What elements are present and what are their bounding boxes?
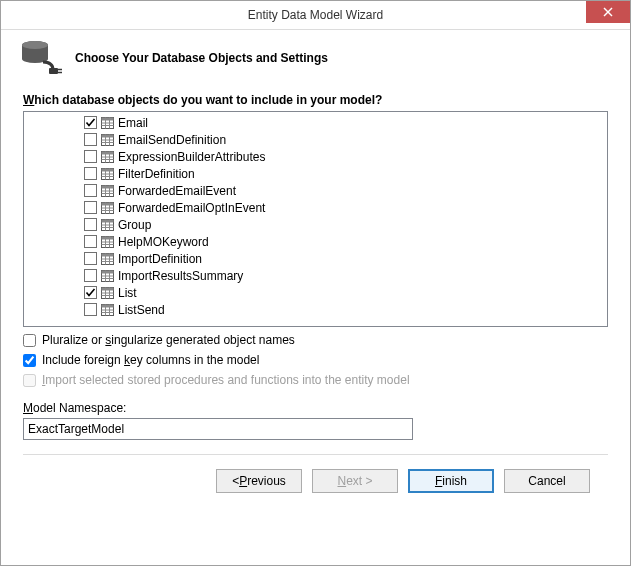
table-row[interactable]: ImportDefinition [24,250,607,267]
table-row[interactable]: ForwardedEmailEvent [24,182,607,199]
option-pluralize[interactable]: Pluralize or singularize generated objec… [23,333,608,347]
table-icon [101,151,114,163]
cancel-button[interactable]: Cancel [504,469,590,493]
titlebar: Entity Data Model Wizard [1,1,630,30]
table-icon [101,287,114,299]
namespace-label: Model Namespace: [23,401,608,415]
table-icon [101,304,114,316]
table-icon [101,202,114,214]
checkbox-icon [84,235,97,248]
checkbox-icon [84,252,97,265]
svg-rect-51 [102,219,114,222]
svg-rect-63 [85,253,97,265]
table-icon [101,185,114,197]
next-button: Next > [312,469,398,493]
stored-procs-checkbox [23,374,36,387]
table-label: HelpMOKeyword [118,235,209,249]
svg-rect-72 [102,270,114,273]
checkbox-icon [84,286,97,299]
svg-rect-58 [102,236,114,239]
checkbox-icon [84,201,97,214]
table-icon [101,236,114,248]
stored-procs-label: Import selected stored procedures and fu… [42,373,410,387]
window-title: Entity Data Model Wizard [1,8,630,22]
svg-rect-14 [85,134,97,146]
svg-rect-49 [85,219,97,231]
table-label: EmailSendDefinition [118,133,226,147]
checkbox-icon [84,218,97,231]
svg-rect-35 [85,185,97,197]
checkbox-icon [84,303,97,316]
table-row[interactable]: ImportResultsSummary [24,267,607,284]
namespace-input[interactable] [23,418,413,440]
prompt-text: hich database objects do you want to inc… [34,93,382,107]
wizard-header: Choose Your Database Objects and Setting… [1,30,630,93]
checkbox-icon [84,116,97,129]
svg-rect-79 [102,287,114,290]
svg-rect-28 [85,168,97,180]
checkbox-icon [84,167,97,180]
previous-button[interactable]: < Previous [216,469,302,493]
wizard-footer: < Previous Next > Finish Cancel [23,454,608,511]
svg-rect-21 [85,151,97,163]
table-row[interactable]: ListSend [24,301,607,318]
close-icon [603,7,613,17]
table-icon [101,270,114,282]
table-icon [101,168,114,180]
pluralize-label: Pluralize or singularize generated objec… [42,333,295,347]
table-row[interactable]: Group [24,216,607,233]
svg-rect-56 [85,236,97,248]
table-icon [101,117,114,129]
table-row[interactable]: Email [24,114,607,131]
checkbox-icon [84,133,97,146]
table-row[interactable]: ExpressionBuilderAttributes [24,148,607,165]
svg-rect-30 [102,168,114,171]
wizard-subtitle: Choose Your Database Objects and Setting… [75,51,328,65]
svg-rect-42 [85,202,97,214]
wizard-body: Which database objects do you want to in… [1,93,630,565]
finish-button[interactable]: Finish [408,469,494,493]
table-label: ForwardedEmailEvent [118,184,236,198]
table-label: Email [118,116,148,130]
close-button[interactable] [586,1,630,23]
svg-rect-86 [102,304,114,307]
table-label: ImportDefinition [118,252,202,266]
table-row[interactable]: ForwardedEmailOptInEvent [24,199,607,216]
table-label: FilterDefinition [118,167,195,181]
table-label: ListSend [118,303,165,317]
database-plug-icon [21,40,63,75]
option-stored-procs: Import selected stored procedures and fu… [23,373,608,387]
table-icon [101,219,114,231]
checkbox-icon [84,150,97,163]
svg-rect-4 [49,68,58,74]
table-label: ExpressionBuilderAttributes [118,150,265,164]
table-icon [101,134,114,146]
objects-tree[interactable]: Email EmailSendDefinition ExpressionBuil… [23,111,608,327]
checkbox-icon [84,269,97,282]
svg-rect-23 [102,151,114,154]
foreign-key-checkbox[interactable] [23,354,36,367]
foreign-key-label: Include foreign key columns in the model [42,353,259,367]
table-label: ForwardedEmailOptInEvent [118,201,265,215]
table-row[interactable]: List [24,284,607,301]
table-label: Group [118,218,151,232]
svg-rect-9 [102,117,114,120]
checkbox-icon [84,184,97,197]
table-label: List [118,286,137,300]
table-label: ImportResultsSummary [118,269,243,283]
svg-rect-65 [102,253,114,256]
svg-point-3 [22,41,48,49]
prompt-label: Which database objects do you want to in… [23,93,608,107]
wizard-window: Entity Data Model Wizard Choose Your Dat… [0,0,631,566]
svg-rect-44 [102,202,114,205]
table-row[interactable]: EmailSendDefinition [24,131,607,148]
svg-rect-37 [102,185,114,188]
table-icon [101,253,114,265]
svg-rect-84 [85,304,97,316]
pluralize-checkbox[interactable] [23,334,36,347]
option-foreign-key[interactable]: Include foreign key columns in the model [23,353,608,367]
table-row[interactable]: HelpMOKeyword [24,233,607,250]
svg-rect-70 [85,270,97,282]
svg-rect-16 [102,134,114,137]
table-row[interactable]: FilterDefinition [24,165,607,182]
